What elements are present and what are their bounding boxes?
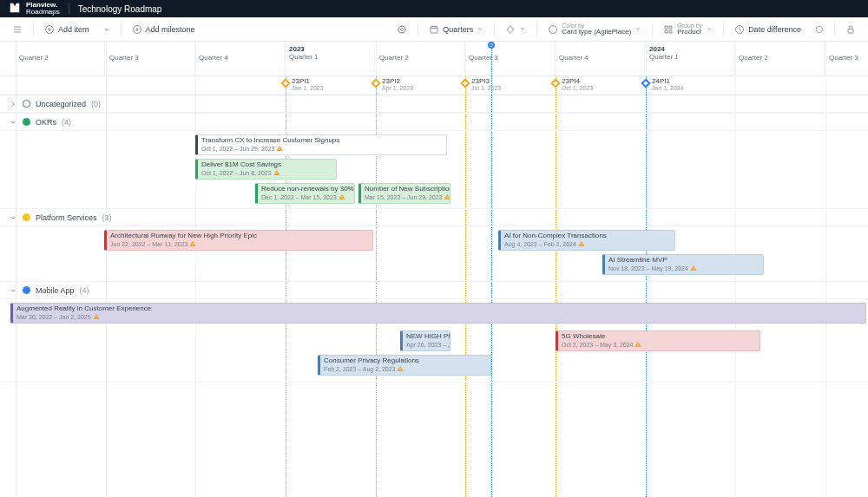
- lane-count: (0): [91, 100, 101, 108]
- milestone-name: 24PI1: [652, 78, 684, 85]
- warning-icon: [93, 314, 100, 322]
- page-title: Technology Roadmap: [78, 4, 162, 14]
- lane-color-dot: [23, 286, 30, 294]
- group-by-selector[interactable]: Group by Product: [658, 20, 718, 38]
- color-by-selector[interactable]: Color by Card type (AgilePlace): [542, 20, 647, 38]
- diamond-icon: [550, 78, 560, 88]
- svg-rect-6: [665, 26, 667, 29]
- lane-name: Platform Services: [36, 213, 97, 222]
- timeline-card[interactable]: AI for Non-Complex TransactionsAug 4, 20…: [498, 230, 675, 251]
- lane-color-dot: [23, 100, 30, 108]
- quarter-column: Quarter 4: [195, 42, 285, 75]
- quarter-column: Quarter 2: [376, 42, 465, 75]
- lane-color-dot: [23, 118, 30, 126]
- chevron-right-icon[interactable]: [9, 100, 17, 108]
- warning-icon: [339, 194, 345, 202]
- card-dates: Nov 18, 2023 – May 19, 2024: [608, 265, 697, 271]
- card-dates: Oct 1, 2022 – Jun 8, 2023: [201, 170, 280, 176]
- quarter-column: Quarter 4: [556, 42, 645, 75]
- timeline-card[interactable]: Architectural Runway for New High Priori…: [104, 230, 373, 251]
- timeline-card[interactable]: Transform CX to Increase Customer Signup…: [195, 134, 447, 155]
- warning-icon: [690, 265, 697, 273]
- timeline-ruler: Quarter 2Quarter 3Quarter 42023Quarter 1…: [0, 42, 868, 76]
- svg-rect-7: [669, 26, 672, 29]
- timeline-card[interactable]: Reduce non-renewals by 30%Dec 1, 2022 – …: [255, 183, 355, 204]
- lane-header[interactable]: OKRs (4): [0, 114, 868, 131]
- quarter-column: Quarter 3: [465, 42, 555, 75]
- quarter-column: Quarter 3: [825, 42, 868, 75]
- timeline-card[interactable]: NEW HIGH PRICApr 26, 2023 – Jur: [400, 330, 450, 351]
- chevron-down-icon[interactable]: [9, 213, 17, 222]
- add-item-label: Add item: [58, 25, 89, 34]
- warning-icon: [635, 342, 641, 350]
- lane-header[interactable]: Platform Services (3): [0, 209, 868, 226]
- lane-body[interactable]: Transform CX to Increase Customer Signup…: [0, 131, 868, 209]
- card-title: Augmented Reality in Customer Experience: [16, 305, 862, 313]
- card-dates: Apr 26, 2023 – Jur: [406, 342, 450, 348]
- lane-body[interactable]: Architectural Runway for New High Priori…: [0, 226, 868, 282]
- lane-body[interactable]: [0, 113, 868, 114]
- timeline-card[interactable]: Number of New SubscriptionsMar 15, 2023 …: [358, 183, 450, 204]
- milestone-date: Jul 1, 2023: [471, 85, 501, 91]
- warning-icon: [276, 146, 283, 154]
- milestone-row: 23PI1Jan 1, 202323PI2Apr 1, 202323PI3Jul…: [0, 76, 868, 95]
- milestone-date: Apr 1, 2023: [382, 85, 413, 91]
- milestone[interactable]: 23PI1Jan 1, 2023: [282, 78, 324, 91]
- time-unit-label: Quarters: [443, 25, 473, 34]
- timeline-card[interactable]: Deliver $1M Cost SavingsOct 1, 2022 – Ju…: [195, 159, 337, 180]
- timeline-card[interactable]: AI Streamline MVPNov 18, 2023 – May 19, …: [602, 254, 764, 275]
- diamond-icon: [371, 78, 380, 88]
- time-unit-selector[interactable]: Quarters: [424, 22, 489, 37]
- warning-icon: [578, 241, 585, 249]
- timeline[interactable]: Quarter 2Quarter 3Quarter 42023Quarter 1…: [0, 42, 868, 497]
- chevron-down-icon[interactable]: [9, 286, 17, 295]
- card-dates: Mar 15, 2023 – Jun 29, 2023: [365, 194, 450, 200]
- card-dates: Feb 2, 2023 – Aug 2, 2023: [324, 366, 404, 372]
- lane-header[interactable]: Mobile App (4): [0, 282, 868, 299]
- brand-logo[interactable]: Planview. Roadmaps: [9, 2, 60, 16]
- milestone-date: Oct 1, 2023: [562, 85, 593, 91]
- svg-point-14: [341, 198, 342, 199]
- history-button[interactable]: [810, 23, 829, 36]
- svg-point-17: [582, 245, 582, 245]
- shape-selector[interactable]: [500, 22, 531, 37]
- target-button[interactable]: [391, 22, 412, 37]
- svg-rect-4: [431, 26, 437, 33]
- card-title: Deliver $1M Cost Savings: [201, 161, 332, 169]
- add-item-button[interactable]: Add item: [39, 22, 95, 37]
- card-title: AI for Non-Complex Transactions: [504, 232, 671, 240]
- timeline-card[interactable]: Augmented Reality in Customer Experience…: [10, 303, 866, 324]
- chevron-down-icon[interactable]: [9, 118, 17, 127]
- milestone[interactable]: 23PI4Oct 1, 2023: [552, 78, 593, 91]
- milestone-date: Jan 1, 2023: [292, 85, 324, 91]
- lane-count: (4): [80, 286, 89, 295]
- lane-color-dot: [23, 213, 30, 221]
- milestone-name: 23PI3: [471, 78, 501, 85]
- card-dates: Aug 4, 2023 – Feb 2, 2024: [504, 241, 585, 247]
- milestone[interactable]: 23PI3Jul 1, 2023: [462, 78, 501, 91]
- svg-point-2: [398, 26, 405, 33]
- timeline-card[interactable]: Consumer Privacy RegulationsFeb 2, 2023 …: [318, 355, 491, 376]
- add-item-dropdown[interactable]: [98, 23, 115, 36]
- list-view-button[interactable]: [7, 22, 28, 37]
- divider: [69, 3, 69, 15]
- lane-body[interactable]: Augmented Reality in Customer Experience…: [0, 299, 868, 383]
- lane-header[interactable]: Uncategorized (0): [0, 95, 868, 113]
- diamond-icon: [641, 78, 650, 88]
- svg-point-15: [447, 198, 448, 199]
- add-milestone-button[interactable]: Add milestone: [127, 22, 201, 37]
- date-diff-button[interactable]: Date difference: [729, 22, 806, 37]
- lock-button[interactable]: [840, 22, 861, 37]
- quarter-column: 2024Quarter 1: [646, 42, 735, 75]
- lane-count: (4): [62, 118, 71, 127]
- lane-count: (3): [102, 213, 112, 222]
- milestone[interactable]: 23PI2Apr 1, 2023: [372, 78, 413, 91]
- milestone-name: 23PI2: [382, 78, 413, 85]
- svg-point-3: [401, 28, 404, 30]
- lane-name: Mobile App: [36, 286, 75, 295]
- svg-point-20: [638, 345, 639, 346]
- timeline-card[interactable]: 5G WholesaleOct 2, 2023 – May 3, 2024: [556, 330, 760, 351]
- card-dates: Dec 1, 2022 – Mar 15, 2023: [261, 194, 345, 200]
- milestone[interactable]: 24PI1Jan 1, 2024: [642, 78, 684, 91]
- quarter-column: Quarter 3: [106, 42, 195, 75]
